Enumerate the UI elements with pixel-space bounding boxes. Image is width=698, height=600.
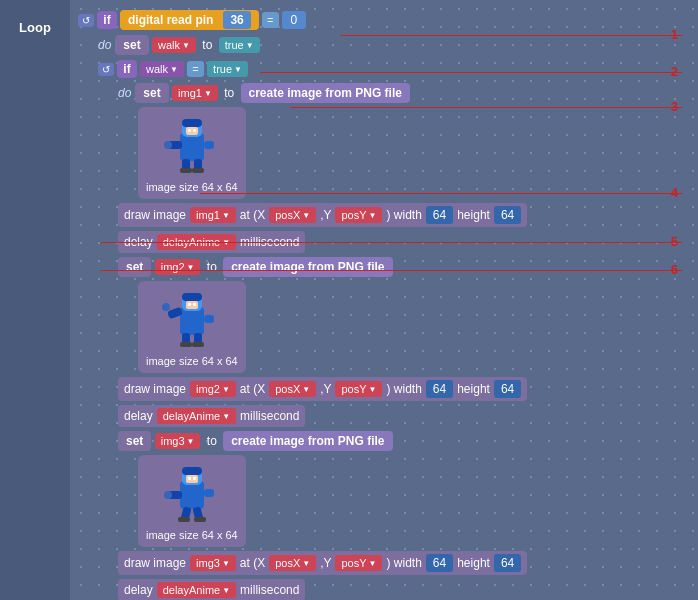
width-val-3[interactable]: 64 bbox=[426, 554, 453, 572]
row-1: ↺ if digital read pin 36 = 0 bbox=[78, 10, 690, 30]
posy-dropdown-3[interactable]: posY bbox=[335, 555, 382, 571]
row-img3-set: set img3 to create image from PNG file bbox=[118, 431, 690, 451]
draw-label-2: draw image bbox=[124, 382, 186, 396]
delay-label-3: delay bbox=[124, 583, 153, 597]
delay-label-1: delay bbox=[124, 235, 153, 249]
set-block-3: set bbox=[118, 257, 151, 277]
y-label-1: ,Y bbox=[320, 208, 331, 222]
svg-rect-31 bbox=[193, 477, 196, 480]
height-val-2[interactable]: 64 bbox=[494, 380, 521, 398]
to-label-2: to bbox=[224, 86, 234, 100]
svg-rect-15 bbox=[182, 293, 202, 301]
delay-block-1: delay delayAnime millisecond bbox=[118, 231, 305, 253]
do-label-2: do bbox=[118, 86, 131, 100]
if-block-1[interactable]: if bbox=[97, 11, 116, 29]
svg-rect-17 bbox=[188, 303, 191, 306]
image-size-label-3: image size 64 x 64 bbox=[146, 529, 238, 541]
svg-rect-25 bbox=[192, 342, 204, 347]
image-size-label-2: image size 64 x 64 bbox=[146, 355, 238, 367]
loop-label: Loop bbox=[19, 20, 51, 35]
true-dropdown-2[interactable]: true bbox=[207, 61, 248, 77]
delay-var-dropdown-2[interactable]: delayAnime bbox=[157, 408, 236, 424]
at-label-1: at (X bbox=[240, 208, 265, 222]
height-label-1: height bbox=[457, 208, 490, 222]
svg-rect-16 bbox=[186, 301, 198, 309]
svg-rect-38 bbox=[194, 517, 206, 522]
img1-dropdown[interactable]: img1 bbox=[172, 85, 218, 101]
delay-var-dropdown-1[interactable]: delayAnime bbox=[157, 234, 236, 250]
row-img2-set: set img2 to create image from PNG file bbox=[118, 257, 690, 277]
true-dropdown-1[interactable]: true bbox=[219, 37, 260, 53]
svg-rect-26 bbox=[180, 481, 204, 509]
svg-rect-21 bbox=[204, 315, 214, 323]
draw-img3-dropdown[interactable]: img3 bbox=[190, 555, 236, 571]
image-block-3: image size 64 x 64 bbox=[138, 455, 246, 547]
posx-dropdown-1[interactable]: posX bbox=[269, 207, 316, 223]
ms-label-3: millisecond bbox=[240, 583, 299, 597]
svg-rect-8 bbox=[204, 141, 214, 149]
img3-dropdown[interactable]: img3 bbox=[155, 433, 201, 449]
ms-label-1: millisecond bbox=[240, 235, 299, 249]
megaman-sprite-3 bbox=[160, 461, 224, 525]
loop-icon-2: ↺ bbox=[98, 63, 114, 76]
draw-label-1: draw image bbox=[124, 208, 186, 222]
image-block-2: image size 64 x 64 bbox=[138, 281, 246, 373]
if-block-2[interactable]: if bbox=[117, 60, 136, 78]
y-label-3: ,Y bbox=[320, 556, 331, 570]
ms-label-2: millisecond bbox=[240, 409, 299, 423]
svg-point-7 bbox=[164, 141, 172, 149]
draw-img2-dropdown[interactable]: img2 bbox=[190, 381, 236, 397]
row-delay2: delay delayAnime millisecond bbox=[118, 405, 690, 427]
loop-icon: ↺ bbox=[78, 14, 94, 27]
posx-dropdown-3[interactable]: posX bbox=[269, 555, 316, 571]
close-label-3: ) width bbox=[386, 556, 421, 570]
create-image-block-2: create image from PNG file bbox=[223, 257, 392, 277]
svg-rect-4 bbox=[188, 129, 191, 132]
svg-rect-5 bbox=[193, 129, 196, 132]
draw-image-block-3: draw image img3 at (X posX ,Y posY ) wid… bbox=[118, 551, 527, 575]
pin-value[interactable]: 36 bbox=[223, 11, 250, 29]
row-draw3: draw image img3 at (X posX ,Y posY ) wid… bbox=[118, 551, 690, 575]
create-image-block-1: create image from PNG file bbox=[241, 83, 410, 103]
do-label-1: do bbox=[98, 38, 111, 52]
svg-point-20 bbox=[162, 303, 170, 311]
svg-rect-30 bbox=[188, 477, 191, 480]
svg-rect-0 bbox=[180, 133, 204, 161]
megaman-sprite-1 bbox=[160, 113, 224, 177]
close-label-2: ) width bbox=[386, 382, 421, 396]
content-area: ↺ if digital read pin 36 = 0 do set walk bbox=[70, 0, 698, 600]
img2-dropdown[interactable]: img2 bbox=[155, 259, 201, 275]
posy-dropdown-2[interactable]: posY bbox=[335, 381, 382, 397]
walk-dropdown-2[interactable]: walk bbox=[140, 61, 184, 77]
svg-rect-24 bbox=[180, 342, 192, 347]
width-val-2[interactable]: 64 bbox=[426, 380, 453, 398]
svg-rect-11 bbox=[180, 168, 192, 173]
to-label-1: to bbox=[202, 38, 212, 52]
height-val-3[interactable]: 64 bbox=[494, 554, 521, 572]
posy-dropdown-1[interactable]: posY bbox=[335, 207, 382, 223]
row-delay3: delay delayAnime millisecond bbox=[118, 579, 690, 600]
delay-var-dropdown-3[interactable]: delayAnime bbox=[157, 582, 236, 598]
width-val-1[interactable]: 64 bbox=[426, 206, 453, 224]
at-label-2: at (X bbox=[240, 382, 265, 396]
svg-rect-29 bbox=[186, 475, 198, 483]
height-label-2: height bbox=[457, 382, 490, 396]
draw-img1-dropdown[interactable]: img1 bbox=[190, 207, 236, 223]
row-draw1: draw image img1 at (X posX ,Y posY ) wid… bbox=[118, 203, 690, 227]
equals-operator[interactable]: = bbox=[262, 12, 278, 28]
draw-image-block-1: draw image img1 at (X posX ,Y posY ) wid… bbox=[118, 203, 527, 227]
svg-rect-13 bbox=[180, 307, 204, 335]
at-label-3: at (X bbox=[240, 556, 265, 570]
delay-block-2: delay delayAnime millisecond bbox=[118, 405, 305, 427]
svg-point-33 bbox=[164, 491, 172, 499]
digital-read-block: digital read pin 36 bbox=[120, 10, 259, 30]
posx-dropdown-2[interactable]: posX bbox=[269, 381, 316, 397]
compare-value[interactable]: 0 bbox=[282, 11, 306, 29]
create-image-block-3: create image from PNG file bbox=[223, 431, 392, 451]
equals-operator-2[interactable]: = bbox=[187, 61, 203, 77]
walk-dropdown-1[interactable]: walk bbox=[152, 37, 196, 53]
set-block-2: set bbox=[135, 83, 168, 103]
svg-rect-12 bbox=[192, 168, 204, 173]
svg-rect-28 bbox=[182, 467, 202, 475]
height-val-1[interactable]: 64 bbox=[494, 206, 521, 224]
